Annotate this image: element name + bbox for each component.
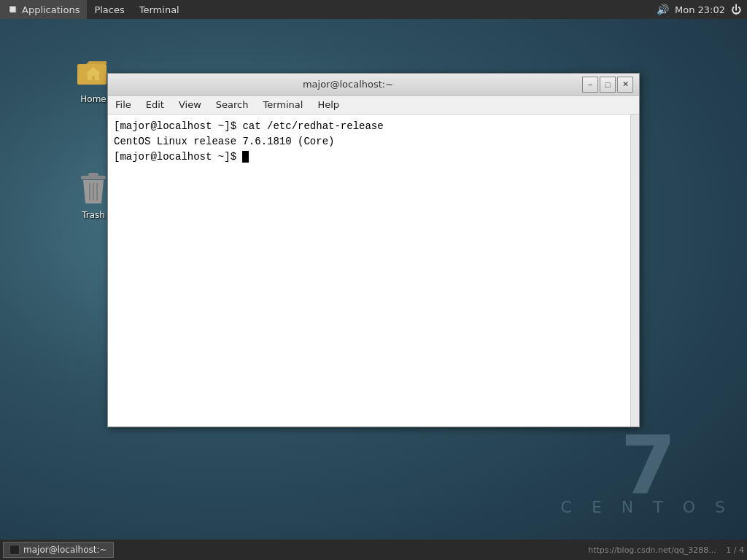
maximize-button[interactable]: □ — [600, 77, 616, 93]
centos-brand-text: C E N T O S — [561, 498, 732, 516]
topbar: 🔲 Applications Places Terminal 🔊 Mon 23:… — [0, 0, 747, 19]
close-button[interactable]: ✕ — [617, 77, 633, 93]
menu-view[interactable]: View — [171, 96, 209, 114]
taskbar: major@localhost:~ https://blog.csdn.net/… — [0, 540, 747, 560]
topbar-applications[interactable]: 🔲 Applications — [0, 0, 87, 19]
trash-label: Trash — [79, 209, 108, 222]
menu-edit[interactable]: Edit — [139, 96, 171, 114]
terminal-scrollbar[interactable] — [630, 114, 639, 427]
taskbar-right-area: https://blog.csdn.net/qq_3288... 1 / 4 — [588, 545, 744, 555]
terminal-line-2: CentOS Linux release 7.6.1810 (Core) — [114, 134, 626, 149]
applications-label: Applications — [22, 4, 80, 15]
places-label: Places — [94, 4, 124, 15]
svg-rect-3 — [88, 173, 98, 176]
menu-help[interactable]: Help — [310, 96, 347, 114]
terminal-line-3: [major@localhost ~]$ — [114, 149, 626, 165]
centos-watermark: 7 C E N T O S — [561, 425, 732, 516]
terminal-window: major@localhost:~ − □ ✕ File Edit View S… — [107, 73, 640, 427]
topbar-terminal[interactable]: Terminal — [132, 0, 187, 19]
terminal-body: [major@localhost ~]$ cat /etc/redhat-rel… — [108, 114, 639, 427]
menu-file[interactable]: File — [108, 96, 139, 114]
taskbar-terminal-icon — [9, 545, 20, 555]
centos-version-number: 7 — [561, 425, 732, 505]
power-icon[interactable]: ⏻ — [731, 4, 741, 15]
terminal-cursor — [242, 151, 249, 163]
taskbar-link: https://blog.csdn.net/qq_3288... — [588, 545, 716, 555]
volume-icon[interactable]: 🔊 — [657, 4, 669, 15]
taskbar-page-info: 1 / 4 — [726, 545, 744, 555]
minimize-button[interactable]: − — [582, 77, 598, 93]
terminal-menubar: File Edit View Search Terminal Help — [108, 96, 639, 114]
trash-image — [76, 171, 111, 206]
window-controls: − □ ✕ — [582, 77, 633, 93]
taskbar-item-label: major@localhost:~ — [23, 545, 107, 555]
topbar-places[interactable]: Places — [87, 0, 131, 19]
menu-terminal[interactable]: Terminal — [255, 96, 310, 114]
terminal-titlebar: major@localhost:~ − □ ✕ — [108, 74, 639, 96]
terminal-title: major@localhost:~ — [114, 79, 582, 90]
terminal-label: Terminal — [139, 4, 179, 15]
taskbar-terminal-item[interactable]: major@localhost:~ — [3, 542, 114, 558]
menu-search[interactable]: Search — [209, 96, 256, 114]
home-folder-label: Home — [77, 93, 109, 106]
terminal-output[interactable]: [major@localhost ~]$ cat /etc/redhat-rel… — [108, 114, 639, 427]
clock: Mon 23:02 — [675, 4, 725, 15]
applications-icon: 🔲 — [7, 4, 18, 15]
terminal-line-1: [major@localhost ~]$ cat /etc/redhat-rel… — [114, 119, 626, 134]
home-folder-image — [76, 55, 111, 90]
